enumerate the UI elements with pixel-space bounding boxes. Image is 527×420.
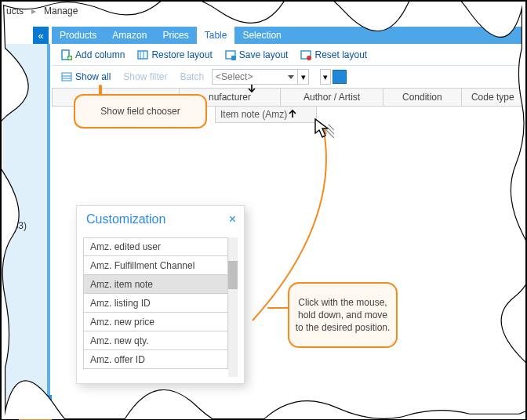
button-label: Batch [180,71,204,82]
apply-button[interactable] [333,70,347,84]
svg-line-8 [325,129,334,138]
grid-icon [61,71,72,82]
callout-text: Show field chooser [100,106,180,117]
left-rail: 483) [3,44,50,417]
scrollbar-thumb[interactable] [228,261,238,289]
field-list: Amz. edited user Amz. Fulfillment Channe… [83,237,228,377]
button-label: Save layout [239,49,289,60]
breadcrumb-item[interactable]: ucts [6,5,24,16]
chevron-left-double-icon: « [38,30,43,42]
button-label: Show filter [123,71,167,82]
tab-selection[interactable]: Selection [234,27,289,44]
save-layout-button[interactable]: Save layout [220,48,293,62]
chevron-right-icon: ▸ [31,5,36,16]
drag-ghost-label: Item note (Amz) [220,109,287,120]
list-item[interactable]: Amz. new qty. [83,331,228,350]
customization-dialog[interactable]: Customization × Amz. edited user Amz. Fu… [76,205,245,384]
button-label: Restore layout [151,49,212,60]
collapse-panel-button[interactable]: « [33,27,49,44]
filter-bar: Show all Show filter Batch <Select> ▾ ▾ [52,66,524,88]
restore-layout-button[interactable]: Restore layout [133,48,216,62]
svg-rect-2 [138,51,147,59]
callout-text: Click with the mouse, hold down, and mov… [294,296,391,335]
svg-rect-7 [62,73,71,81]
show-filter-button[interactable]: Show filter [118,70,172,84]
dialog-title: Customization [86,212,165,226]
column-header[interactable]: Condition [383,88,461,107]
breadcrumb: ucts ▸ Manage [2,2,525,20]
add-column-icon [61,49,72,60]
button-label: Add column [75,49,125,60]
button-label: Reset layout [314,49,367,60]
rail-block-blue [19,395,52,414]
svg-point-6 [307,56,311,60]
save-layout-icon [225,49,236,60]
chevron-down-icon: ▾ [323,73,328,81]
show-all-button[interactable]: Show all [56,70,115,84]
drop-indicator-down-icon [246,84,257,95]
rail-block-orange [19,414,52,420]
chevron-down-icon: ▾ [301,73,306,81]
toolbar: Add column Restore layout Save layout Re… [52,44,524,66]
close-button[interactable]: × [229,212,236,226]
add-column-button[interactable]: Add column [56,48,129,62]
button-label: Show all [75,71,111,82]
select-dropdown-button[interactable]: ▾ [298,69,309,85]
drag-ghost-header[interactable]: Item note (Amz) [215,106,317,123]
column-header[interactable]: Author / Artist [281,88,383,107]
batch-select[interactable]: <Select> [212,69,298,85]
list-item[interactable]: Amz. item note [83,275,228,294]
list-item[interactable]: Amz. listing ID [83,294,228,313]
action-dropdown[interactable]: ▾ [320,69,331,85]
list-item[interactable]: Amz. edited user [83,237,228,256]
restore-layout-icon [137,49,148,60]
tab-products[interactable]: Products [52,27,104,44]
select-placeholder: <Select> [216,71,253,82]
reset-layout-icon [300,49,311,60]
callout-drag-instructions: Click with the mouse, hold down, and mov… [288,282,398,348]
tab-amazon[interactable]: Amazon [104,27,154,44]
scrollbar[interactable] [228,237,238,377]
batch-button[interactable]: Batch [175,70,209,84]
list-item[interactable]: Amz. Fulfillment Channel [83,256,228,275]
column-header[interactable]: Code type [462,88,524,107]
count-label: 483) [8,220,27,231]
drop-indicator-up-icon [287,107,298,118]
breadcrumb-item[interactable]: Manage [44,5,78,16]
list-item[interactable]: Amz. new price [83,313,228,331]
tab-table[interactable]: Table [197,27,235,44]
callout-field-chooser: Show field chooser [74,94,207,129]
ribbon-tabs: Products Amazon Prices Table Selection [52,27,524,44]
svg-rect-4 [231,56,236,60]
list-item[interactable]: Amz. offer ID [83,350,228,369]
cursor-icon [314,118,334,141]
tab-prices[interactable]: Prices [154,27,196,44]
reset-layout-button[interactable]: Reset layout [296,48,372,62]
